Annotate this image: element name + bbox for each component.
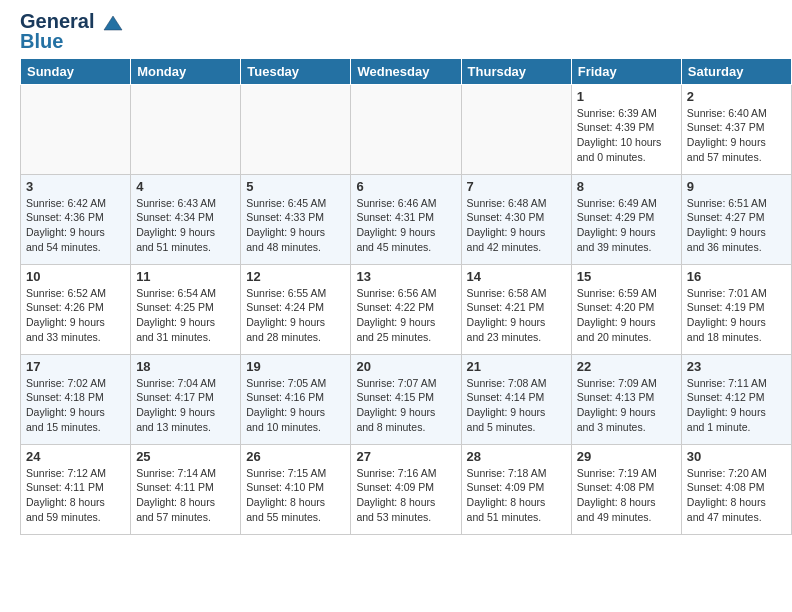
day-info: Sunrise: 7:08 AM Sunset: 4:14 PM Dayligh… [467,376,566,435]
day-info: Sunrise: 7:16 AM Sunset: 4:09 PM Dayligh… [356,466,455,525]
day-number: 18 [136,359,235,374]
day-number: 16 [687,269,786,284]
day-info: Sunrise: 7:07 AM Sunset: 4:15 PM Dayligh… [356,376,455,435]
day-number: 25 [136,449,235,464]
day-number: 9 [687,179,786,194]
day-number: 8 [577,179,676,194]
calendar-cell: 16Sunrise: 7:01 AM Sunset: 4:19 PM Dayli… [681,264,791,354]
calendar-cell: 23Sunrise: 7:11 AM Sunset: 4:12 PM Dayli… [681,354,791,444]
column-header-tuesday: Tuesday [241,58,351,84]
day-info: Sunrise: 6:58 AM Sunset: 4:21 PM Dayligh… [467,286,566,345]
calendar-cell: 26Sunrise: 7:15 AM Sunset: 4:10 PM Dayli… [241,444,351,534]
day-info: Sunrise: 7:12 AM Sunset: 4:11 PM Dayligh… [26,466,125,525]
day-info: Sunrise: 7:14 AM Sunset: 4:11 PM Dayligh… [136,466,235,525]
day-number: 1 [577,89,676,104]
day-number: 5 [246,179,345,194]
day-number: 29 [577,449,676,464]
day-info: Sunrise: 6:52 AM Sunset: 4:26 PM Dayligh… [26,286,125,345]
day-info: Sunrise: 6:54 AM Sunset: 4:25 PM Dayligh… [136,286,235,345]
day-info: Sunrise: 7:05 AM Sunset: 4:16 PM Dayligh… [246,376,345,435]
calendar-cell [351,84,461,174]
calendar-cell: 13Sunrise: 6:56 AM Sunset: 4:22 PM Dayli… [351,264,461,354]
logo-text-block: General Blue [20,10,122,53]
calendar-cell [21,84,131,174]
logo-icon [102,12,124,34]
svg-marker-0 [104,16,122,30]
logo-general: General [20,10,94,32]
day-number: 2 [687,89,786,104]
calendar-cell: 22Sunrise: 7:09 AM Sunset: 4:13 PM Dayli… [571,354,681,444]
day-number: 24 [26,449,125,464]
calendar-cell: 27Sunrise: 7:16 AM Sunset: 4:09 PM Dayli… [351,444,461,534]
calendar-cell: 1Sunrise: 6:39 AM Sunset: 4:39 PM Daylig… [571,84,681,174]
calendar-week-5: 24Sunrise: 7:12 AM Sunset: 4:11 PM Dayli… [21,444,792,534]
calendar-cell: 8Sunrise: 6:49 AM Sunset: 4:29 PM Daylig… [571,174,681,264]
calendar-week-2: 3Sunrise: 6:42 AM Sunset: 4:36 PM Daylig… [21,174,792,264]
calendar-cell: 5Sunrise: 6:45 AM Sunset: 4:33 PM Daylig… [241,174,351,264]
day-number: 23 [687,359,786,374]
day-number: 28 [467,449,566,464]
calendar-cell: 10Sunrise: 6:52 AM Sunset: 4:26 PM Dayli… [21,264,131,354]
day-info: Sunrise: 6:43 AM Sunset: 4:34 PM Dayligh… [136,196,235,255]
day-info: Sunrise: 6:51 AM Sunset: 4:27 PM Dayligh… [687,196,786,255]
calendar-cell: 30Sunrise: 7:20 AM Sunset: 4:08 PM Dayli… [681,444,791,534]
day-info: Sunrise: 7:01 AM Sunset: 4:19 PM Dayligh… [687,286,786,345]
day-number: 30 [687,449,786,464]
column-header-friday: Friday [571,58,681,84]
day-info: Sunrise: 6:49 AM Sunset: 4:29 PM Dayligh… [577,196,676,255]
calendar-cell: 21Sunrise: 7:08 AM Sunset: 4:14 PM Dayli… [461,354,571,444]
day-number: 13 [356,269,455,284]
day-number: 14 [467,269,566,284]
day-number: 11 [136,269,235,284]
calendar-cell [131,84,241,174]
day-number: 10 [26,269,125,284]
day-number: 17 [26,359,125,374]
logo: General Blue [20,10,122,53]
column-header-thursday: Thursday [461,58,571,84]
day-info: Sunrise: 6:59 AM Sunset: 4:20 PM Dayligh… [577,286,676,345]
day-info: Sunrise: 7:02 AM Sunset: 4:18 PM Dayligh… [26,376,125,435]
day-info: Sunrise: 6:40 AM Sunset: 4:37 PM Dayligh… [687,106,786,165]
calendar-cell: 4Sunrise: 6:43 AM Sunset: 4:34 PM Daylig… [131,174,241,264]
day-info: Sunrise: 6:56 AM Sunset: 4:22 PM Dayligh… [356,286,455,345]
day-number: 3 [26,179,125,194]
day-info: Sunrise: 6:48 AM Sunset: 4:30 PM Dayligh… [467,196,566,255]
calendar-cell: 3Sunrise: 6:42 AM Sunset: 4:36 PM Daylig… [21,174,131,264]
calendar-cell: 15Sunrise: 6:59 AM Sunset: 4:20 PM Dayli… [571,264,681,354]
day-info: Sunrise: 7:04 AM Sunset: 4:17 PM Dayligh… [136,376,235,435]
day-number: 22 [577,359,676,374]
column-header-wednesday: Wednesday [351,58,461,84]
day-number: 15 [577,269,676,284]
day-info: Sunrise: 7:15 AM Sunset: 4:10 PM Dayligh… [246,466,345,525]
day-number: 27 [356,449,455,464]
day-info: Sunrise: 6:45 AM Sunset: 4:33 PM Dayligh… [246,196,345,255]
calendar-cell: 29Sunrise: 7:19 AM Sunset: 4:08 PM Dayli… [571,444,681,534]
column-header-sunday: Sunday [21,58,131,84]
day-number: 6 [356,179,455,194]
day-number: 21 [467,359,566,374]
day-info: Sunrise: 7:18 AM Sunset: 4:09 PM Dayligh… [467,466,566,525]
calendar-cell [461,84,571,174]
day-number: 7 [467,179,566,194]
calendar-table: SundayMondayTuesdayWednesdayThursdayFrid… [20,58,792,535]
day-info: Sunrise: 7:11 AM Sunset: 4:12 PM Dayligh… [687,376,786,435]
calendar-cell: 14Sunrise: 6:58 AM Sunset: 4:21 PM Dayli… [461,264,571,354]
day-info: Sunrise: 6:42 AM Sunset: 4:36 PM Dayligh… [26,196,125,255]
calendar-cell [241,84,351,174]
day-info: Sunrise: 6:55 AM Sunset: 4:24 PM Dayligh… [246,286,345,345]
calendar-cell: 19Sunrise: 7:05 AM Sunset: 4:16 PM Dayli… [241,354,351,444]
calendar-cell: 17Sunrise: 7:02 AM Sunset: 4:18 PM Dayli… [21,354,131,444]
calendar-week-1: 1Sunrise: 6:39 AM Sunset: 4:39 PM Daylig… [21,84,792,174]
day-number: 12 [246,269,345,284]
day-info: Sunrise: 6:39 AM Sunset: 4:39 PM Dayligh… [577,106,676,165]
calendar-cell: 9Sunrise: 6:51 AM Sunset: 4:27 PM Daylig… [681,174,791,264]
day-number: 20 [356,359,455,374]
day-number: 26 [246,449,345,464]
column-header-monday: Monday [131,58,241,84]
calendar-cell: 20Sunrise: 7:07 AM Sunset: 4:15 PM Dayli… [351,354,461,444]
day-info: Sunrise: 7:19 AM Sunset: 4:08 PM Dayligh… [577,466,676,525]
calendar-cell: 18Sunrise: 7:04 AM Sunset: 4:17 PM Dayli… [131,354,241,444]
day-info: Sunrise: 7:09 AM Sunset: 4:13 PM Dayligh… [577,376,676,435]
calendar-cell: 7Sunrise: 6:48 AM Sunset: 4:30 PM Daylig… [461,174,571,264]
day-info: Sunrise: 6:46 AM Sunset: 4:31 PM Dayligh… [356,196,455,255]
